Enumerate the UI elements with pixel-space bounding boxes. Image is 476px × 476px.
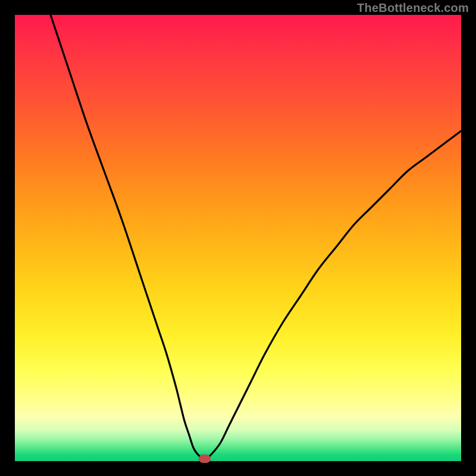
- watermark-text: TheBottleneck.com: [357, 1, 469, 15]
- optimum-marker: [199, 455, 211, 463]
- left-branch-curve: [51, 15, 202, 459]
- curve-svg: [15, 15, 461, 461]
- chart-frame: TheBottleneck.com: [0, 0, 476, 476]
- right-branch-curve: [207, 131, 462, 459]
- plot-area: [15, 15, 461, 461]
